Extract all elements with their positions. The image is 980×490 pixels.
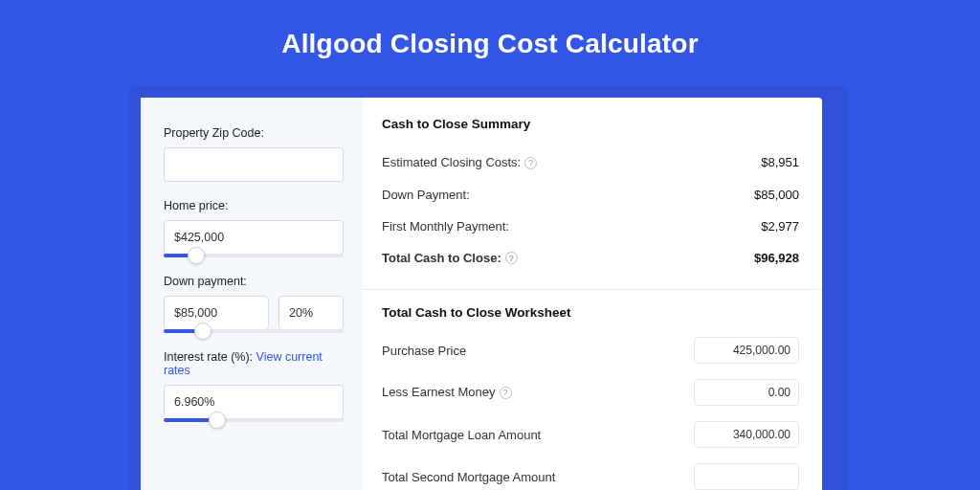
calculator-shadow-card: Property Zip Code: Home price: Down paym… [129, 86, 847, 490]
summary-row-value: $85,000 [754, 188, 799, 202]
summary-row: Down Payment: $85,000 [382, 179, 799, 211]
interest-rate-label-text: Interest rate (%): [164, 350, 253, 364]
page-title: Allgood Closing Cost Calculator [0, 0, 980, 84]
summary-row: Estimated Closing Costs:? $8,951 [382, 146, 799, 179]
worksheet-row-value: 425,000.00 [694, 337, 799, 364]
worksheet-row-label: Less Earnest Money [382, 385, 496, 399]
summary-row-label: Down Payment: [382, 188, 470, 202]
calculator-card: Property Zip Code: Home price: Down paym… [141, 98, 822, 490]
interest-rate-input[interactable] [164, 385, 344, 419]
home-price-field: Home price: [164, 199, 344, 257]
divider [363, 289, 822, 290]
form-panel: Property Zip Code: Home price: Down paym… [141, 98, 363, 490]
zip-field: Property Zip Code: [164, 126, 344, 182]
home-price-slider[interactable] [164, 254, 344, 257]
worksheet-row-label: Total Mortgage Loan Amount [382, 428, 541, 442]
summary-row-value: $8,951 [761, 155, 799, 169]
summary-row: First Monthly Payment: $2,977 [382, 211, 799, 242]
worksheet-row: Total Second Mortgage Amount [382, 456, 799, 490]
down-payment-slider[interactable] [164, 329, 344, 333]
help-icon[interactable]: ? [524, 157, 537, 169]
slider-thumb[interactable] [188, 247, 205, 264]
worksheet-row: Purchase Price 425,000.00 [382, 329, 799, 371]
down-payment-input[interactable] [164, 296, 269, 330]
worksheet-row: Total Mortgage Loan Amount 340,000.00 [382, 413, 799, 456]
worksheet-row: Less Earnest Money? 0.00 [382, 371, 799, 413]
worksheet-heading: Total Cash to Close Worksheet [382, 303, 799, 329]
slider-thumb[interactable] [194, 323, 212, 340]
summary-row-label: Estimated Closing Costs: [382, 155, 521, 169]
interest-rate-field: Interest rate (%): View current rates [164, 350, 344, 422]
summary-row-total: Total Cash to Close:? $96,928 [382, 242, 799, 275]
worksheet-row-value: 0.00 [694, 379, 799, 406]
summary-heading: Cash to Close Summary [382, 117, 799, 131]
worksheet-row-value: 340,000.00 [694, 421, 799, 448]
worksheet-row-label: Total Second Mortgage Amount [382, 470, 555, 484]
help-icon[interactable]: ? [505, 252, 518, 264]
zip-input[interactable] [164, 147, 344, 182]
slider-thumb[interactable] [209, 412, 226, 429]
home-price-label: Home price: [164, 199, 344, 212]
worksheet-row-value [694, 463, 799, 490]
interest-rate-label: Interest rate (%): View current rates [164, 350, 344, 377]
summary-row-label: Total Cash to Close: [382, 251, 501, 265]
summary-row-value: $2,977 [761, 219, 799, 234]
help-icon[interactable]: ? [500, 387, 512, 399]
summary-row-label: First Monthly Payment: [382, 219, 509, 234]
worksheet-row-label: Purchase Price [382, 344, 466, 358]
down-payment-pct-input[interactable] [278, 296, 344, 330]
slider-track [164, 418, 344, 422]
slider-track [164, 329, 344, 333]
down-payment-field: Down payment: [164, 275, 344, 333]
down-payment-label: Down payment: [164, 275, 344, 288]
results-panel: Cash to Close Summary Estimated Closing … [363, 98, 822, 490]
summary-row-value: $96,928 [754, 251, 799, 265]
zip-label: Property Zip Code: [164, 126, 344, 140]
interest-rate-slider[interactable] [164, 418, 344, 422]
